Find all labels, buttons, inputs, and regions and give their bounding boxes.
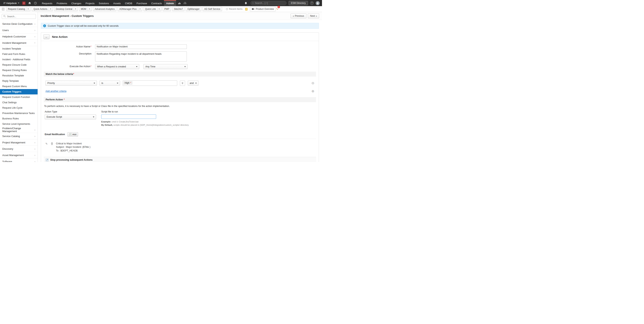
toolbar-button[interactable]: Quick Actions xyxy=(32,7,53,11)
execute-action-row: Execute the Action* When a Request is cr… xyxy=(44,64,316,69)
sidebar-item[interactable]: Asset Management xyxy=(0,152,38,158)
sidebar-item[interactable]: Discovery xyxy=(0,146,38,152)
home-icon[interactable] xyxy=(27,0,32,6)
criteria-operator-select[interactable]: is xyxy=(100,81,120,86)
toolbar-button[interactable]: Advanced Analytics xyxy=(93,7,116,11)
new-action-form: Action Name* Description Notification Re… xyxy=(41,41,319,162)
sidebar-item[interactable]: Incident Management xyxy=(0,40,38,46)
sidebar-item[interactable]: Request Closing Rules xyxy=(0,68,38,73)
action-type-select[interactable]: Execute Script xyxy=(45,114,96,119)
sidebar-item[interactable]: Service Catalog xyxy=(0,133,38,139)
sidebar-item[interactable]: Chat Settings xyxy=(0,100,38,105)
previous-button[interactable]: Previous xyxy=(290,14,306,19)
chevron-down-icon xyxy=(88,8,90,10)
toolbar-button[interactable]: Site24x7 xyxy=(172,7,185,11)
sidebar-item[interactable]: Problem/Change Management xyxy=(0,127,38,133)
sidebar-item[interactable]: Request Life Cycle xyxy=(0,105,38,111)
clock-icon[interactable] xyxy=(33,0,38,6)
sidebar-item[interactable]: Software xyxy=(0,158,38,162)
add-email-notification-button[interactable]: Add xyxy=(68,132,78,136)
toolbar-button[interactable]: AD Self Service xyxy=(202,7,222,11)
next-button[interactable]: Next xyxy=(308,14,319,19)
criteria-field-select[interactable]: Priority xyxy=(46,81,97,86)
topnav-item[interactable]: Admin xyxy=(164,0,176,6)
sidebar-item[interactable]: Resolution Template xyxy=(0,73,38,78)
sidebar-item[interactable]: Helpdesk Customizer xyxy=(0,33,38,40)
product-overview-button[interactable]: Product Overview xyxy=(250,7,276,11)
trash-icon[interactable] xyxy=(51,142,53,153)
criteria-conjunction-select[interactable]: and xyxy=(188,81,198,86)
stop-processing-row: Stop processing subsequent Actions xyxy=(44,157,316,162)
criteria-value-input[interactable]: High xyxy=(123,80,177,86)
topnav-item[interactable]: Requests xyxy=(40,0,54,6)
stop-processing-checkbox[interactable] xyxy=(46,159,48,161)
brand-menu[interactable]: IT Helpdesk xyxy=(2,2,20,5)
sidebar-item[interactable]: Request Closure Code xyxy=(0,62,38,68)
toolbar-button[interactable]: PMP xyxy=(163,7,171,11)
user-avatar[interactable] xyxy=(316,1,320,5)
sidebar-item[interactable]: Preventive Maintenance Tasks xyxy=(0,111,38,116)
edit-icon[interactable] xyxy=(46,142,48,153)
email-entry-title: Critical to Major Incident xyxy=(56,142,90,146)
esm-directory-button[interactable]: ESM Directory xyxy=(289,1,308,5)
choose-values-button[interactable] xyxy=(180,81,185,86)
global-search-input[interactable] xyxy=(255,2,284,5)
add-criteria-icon[interactable] xyxy=(312,90,314,93)
sidebar-item[interactable]: Users xyxy=(0,27,38,33)
product-logo-icon[interactable] xyxy=(21,0,26,6)
add-another-criteria-link[interactable]: Add another criteria xyxy=(46,90,66,93)
execute-time-select[interactable]: Any Time xyxy=(144,64,188,69)
topnav-item[interactable]: Projects xyxy=(84,0,97,6)
toolbar-button[interactable]: ADManager Plus xyxy=(118,7,142,11)
main-panel: Incident Management - Custom Triggers Pr… xyxy=(38,12,322,162)
sidebar-item[interactable]: Request Custom Menu xyxy=(0,84,38,89)
sidebar-item[interactable]: Business Rules xyxy=(0,116,38,121)
sidebar-item[interactable]: Service Desk Configuration xyxy=(0,21,38,27)
topnav-item[interactable]: Contracts xyxy=(149,0,164,6)
help-icon[interactable]: ? xyxy=(310,1,314,5)
chevron-right-icon xyxy=(34,129,35,131)
sidebar-item[interactable]: Incident - Additional Fields xyxy=(0,57,38,62)
chevron-right-icon xyxy=(34,148,35,150)
execute-event-select[interactable]: When a Request is created xyxy=(95,64,139,69)
headset-icon[interactable] xyxy=(182,0,188,6)
chevron-down-icon xyxy=(26,8,29,10)
topnav-item[interactable]: Problems xyxy=(54,0,69,6)
action-name-input[interactable] xyxy=(95,44,187,49)
recent-items[interactable]: Recent Items xyxy=(224,8,244,10)
topnav-item[interactable]: Solutions xyxy=(97,0,111,6)
sidebar-search-input[interactable] xyxy=(2,14,36,19)
topnav-item[interactable]: Changes xyxy=(69,0,84,6)
topnav-item[interactable]: CMDB xyxy=(123,0,134,6)
toolbar-button[interactable]: OpManager xyxy=(186,7,201,11)
topnav-item[interactable]: Assets xyxy=(111,0,123,6)
search-icon xyxy=(3,15,6,18)
sidebar-nav: Service Desk Configuration Users Helpdes… xyxy=(0,21,38,162)
sidebar-item[interactable]: Field and Form Rules xyxy=(0,52,38,57)
sidebar-item[interactable]: Request Custom Function xyxy=(0,94,38,100)
toolbar-button[interactable]: Quick Link xyxy=(144,7,162,11)
sidebar-item[interactable]: Project Management xyxy=(0,139,38,146)
description-row: Description Notification Regarding major… xyxy=(44,52,316,62)
remove-criteria-icon[interactable] xyxy=(312,81,314,85)
back-button[interactable] xyxy=(44,34,50,39)
chevron-right-icon xyxy=(34,160,35,162)
remove-chip-icon[interactable] xyxy=(130,82,131,84)
sidebar-item[interactable]: Custom Triggers xyxy=(0,89,38,94)
sidebar-item[interactable]: Service Level Agreements xyxy=(0,121,38,127)
email-notification-entry: Critical to Major Incident Subject : Maj… xyxy=(44,139,316,157)
product-overview-wrap: Product Overview ✎ 1 xyxy=(250,7,278,11)
topnav-item[interactable]: Purchase xyxy=(134,0,149,6)
toolbar-button[interactable]: MDM xyxy=(79,7,92,11)
description-label: Description xyxy=(79,52,92,55)
sidebar-item[interactable]: Reply Template xyxy=(0,78,38,84)
toolbar-button[interactable]: Desktop Central xyxy=(54,7,78,11)
bar-chart-icon[interactable] xyxy=(177,0,182,6)
script-file-input[interactable] xyxy=(101,114,156,119)
page-icon xyxy=(2,8,4,11)
toolbar-button[interactable]: Request Catalog xyxy=(6,7,30,11)
notifications-bell-icon[interactable] xyxy=(243,0,248,6)
sidebar-item[interactable]: Incident Template xyxy=(0,46,38,52)
notepad-icon[interactable] xyxy=(245,8,248,11)
description-textarea[interactable]: Notification Regarding major incident to… xyxy=(95,52,187,62)
